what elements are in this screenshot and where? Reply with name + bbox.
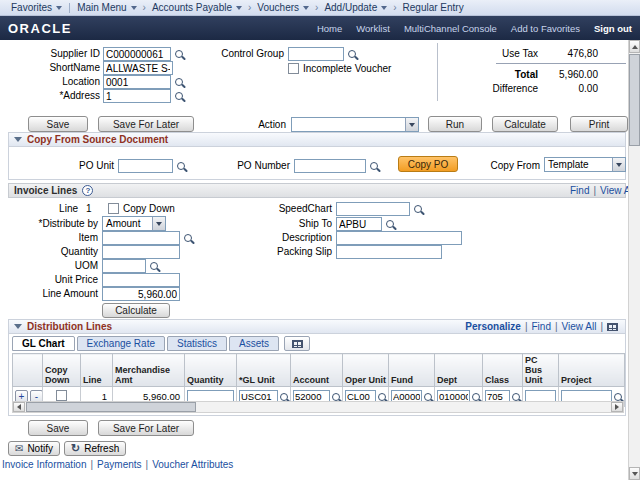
scrollbar-thumb[interactable]: [629, 54, 640, 146]
chevron-down-icon: [236, 6, 242, 10]
find-link[interactable]: Find: [570, 185, 589, 196]
packing-slip-input[interactable]: [336, 245, 442, 259]
scroll-up-button[interactable]: [629, 40, 640, 53]
lookup-icon[interactable]: [150, 262, 158, 270]
view-all-link[interactable]: View All: [600, 185, 628, 196]
lookup-icon[interactable]: [614, 393, 622, 401]
header-link-multichannel-console[interactable]: MultiChannel Console: [404, 23, 497, 34]
description-label: Description: [250, 231, 332, 245]
unit-price-field: [102, 273, 180, 287]
lookup-icon[interactable]: [512, 393, 520, 401]
refresh-button[interactable]: Refresh: [64, 441, 126, 456]
tab-statistics[interactable]: Statistics: [167, 336, 227, 351]
header-link-add-to-favorites[interactable]: Add to Favorites: [511, 23, 580, 34]
uom-input[interactable]: [102, 259, 146, 273]
lookup-icon[interactable]: [175, 92, 183, 100]
lookup-icon[interactable]: [175, 78, 183, 86]
help-icon[interactable]: ?: [82, 185, 93, 196]
action-select[interactable]: [291, 117, 419, 132]
app-header: ORACLE Home Worklist MultiChannel Consol…: [0, 16, 640, 40]
control-group-input[interactable]: [288, 47, 344, 61]
grid-header-gl-unit: *GL Unit: [237, 354, 291, 387]
save-for-later-button-bottom[interactable]: Save For Later: [98, 420, 194, 436]
row-copy-down-checkbox[interactable]: [56, 390, 67, 401]
chevron-down-icon: [381, 6, 387, 10]
total-label: Total: [438, 68, 538, 82]
lookup-icon[interactable]: [370, 162, 378, 170]
lookup-icon[interactable]: [280, 393, 288, 401]
print-button[interactable]: Print: [570, 116, 628, 132]
collapse-arrow-icon[interactable]: [14, 137, 22, 142]
lookup-icon[interactable]: [177, 162, 185, 170]
lookup-icon[interactable]: [348, 50, 356, 58]
po-unit-input[interactable]: [118, 159, 173, 173]
tab-assets[interactable]: Assets: [229, 336, 279, 351]
location-input[interactable]: [103, 75, 171, 89]
scrollbar-thumb[interactable]: [26, 402, 196, 412]
lookup-icon[interactable]: [386, 220, 394, 228]
address-input[interactable]: [103, 89, 171, 103]
location-field: [103, 75, 183, 89]
lookup-icon[interactable]: [332, 393, 340, 401]
personalize-link[interactable]: Personalize: [465, 321, 521, 332]
invoice-information-link[interactable]: Invoice Information: [2, 459, 87, 470]
unit-price-label: Unit Price: [18, 273, 98, 287]
tab-gl-chart[interactable]: GL Chart: [12, 336, 75, 351]
incomplete-voucher-checkbox[interactable]: [288, 63, 299, 74]
save-button[interactable]: Save: [28, 116, 88, 132]
scroll-left-button[interactable]: [13, 402, 25, 412]
line-calculate-button[interactable]: Calculate: [102, 303, 170, 318]
copy-po-button[interactable]: Copy PO: [398, 156, 458, 172]
download-grid-icon[interactable]: [607, 323, 618, 331]
show-all-columns-button[interactable]: [284, 336, 310, 351]
voucher-attributes-link[interactable]: Voucher Attributes: [152, 459, 233, 470]
supplier-id-field: [103, 47, 183, 61]
shortname-input[interactable]: [103, 61, 173, 75]
description-input[interactable]: [336, 231, 462, 245]
breadcrumb-item-regular-entry[interactable]: Regular Entry: [398, 2, 469, 13]
lookup-icon[interactable]: [184, 234, 192, 242]
header-link-worklist[interactable]: Worklist: [356, 23, 390, 34]
line-amount-input[interactable]: [102, 287, 180, 301]
supplier-id-input[interactable]: [103, 47, 171, 61]
copy-from-select[interactable]: Template: [544, 157, 626, 172]
calculate-button[interactable]: Calculate: [492, 116, 558, 132]
line-label: Line: [28, 202, 78, 216]
header-link-sign-out[interactable]: Sign out: [594, 23, 632, 34]
ship-to-input[interactable]: [336, 217, 382, 231]
copy-down-checkbox[interactable]: [108, 203, 119, 214]
lookup-icon[interactable]: [378, 393, 386, 401]
tab-exchange-rate[interactable]: Exchange Rate: [77, 336, 165, 351]
save-for-later-button[interactable]: Save For Later: [98, 116, 194, 132]
po-number-input[interactable]: [294, 159, 366, 173]
lookup-icon[interactable]: [414, 205, 422, 213]
quantity-input[interactable]: [102, 245, 180, 259]
collapse-arrow-icon[interactable]: [14, 324, 22, 329]
lookup-icon[interactable]: [472, 393, 480, 401]
scroll-down-button[interactable]: [629, 467, 640, 480]
run-button[interactable]: Run: [428, 116, 482, 132]
distribute-by-select[interactable]: Amount: [102, 216, 166, 231]
item-input[interactable]: [102, 231, 180, 245]
breadcrumb-item-add-update[interactable]: Add/Update: [319, 2, 392, 13]
notify-button[interactable]: Notify: [8, 441, 60, 456]
scroll-right-button[interactable]: [611, 402, 623, 412]
favorites-menu[interactable]: Favorites: [6, 2, 67, 13]
payments-link[interactable]: Payments: [97, 459, 141, 470]
copy-from-section-header: Copy From Source Document: [9, 133, 625, 147]
view-all-link[interactable]: View All: [562, 321, 597, 332]
lookup-icon[interactable]: [424, 393, 432, 401]
breadcrumb-item-vouchers[interactable]: Vouchers: [252, 2, 314, 13]
breadcrumb-item-main-menu[interactable]: Main Menu: [72, 2, 141, 13]
find-link[interactable]: Find: [531, 321, 550, 332]
breadcrumb-item-accounts-payable[interactable]: Accounts Payable: [147, 2, 247, 13]
speedchart-input[interactable]: [336, 202, 410, 216]
page-vertical-scrollbar[interactable]: [628, 40, 640, 480]
unit-price-input[interactable]: [102, 273, 180, 287]
lookup-icon[interactable]: [175, 50, 183, 58]
distribution-links: Personalize | Find | View All |: [465, 321, 620, 332]
save-button-bottom[interactable]: Save: [28, 420, 88, 436]
grid-icon: [292, 340, 303, 348]
header-link-home[interactable]: Home: [317, 23, 342, 34]
grid-horizontal-scrollbar[interactable]: [12, 401, 624, 413]
